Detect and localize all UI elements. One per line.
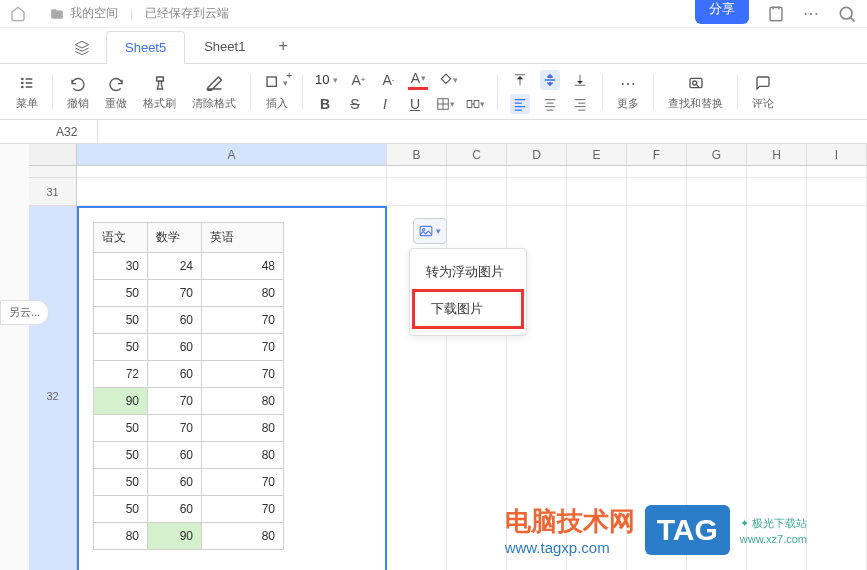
italic-button[interactable]: I <box>375 94 395 114</box>
tab-sheet5[interactable]: Sheet5 <box>106 31 185 64</box>
strikethrough-button[interactable]: S <box>345 94 365 114</box>
more-button[interactable]: ⋯ 更多 <box>609 70 647 113</box>
fill-color-button[interactable]: ▾ <box>438 70 458 90</box>
insert-button[interactable]: +▾ 插入 <box>257 70 296 113</box>
font-size-select[interactable]: 10▾ <box>315 72 338 87</box>
undo-button[interactable]: 撤销 <box>59 70 97 113</box>
font-color-button[interactable]: A▾ <box>408 70 428 90</box>
column-headers: A B C D E F G H I <box>29 144 867 166</box>
row-header-31[interactable]: 31 <box>29 178 77 206</box>
font-size-decrease[interactable]: A- <box>378 70 398 90</box>
search-icon[interactable] <box>837 4 857 24</box>
col-header-b[interactable]: B <box>387 144 447 165</box>
merge-cells-button[interactable]: ▾ <box>465 94 485 114</box>
svg-point-4 <box>22 86 23 87</box>
menu-button[interactable]: 菜单 <box>8 70 46 113</box>
halign-center-button[interactable] <box>540 94 560 114</box>
watermark-url: www.tagxp.com <box>505 539 635 556</box>
toolbar: 菜单 撤销 重做 格式刷 清除格式 +▾ 插入 10▾ A+ A- A▾ ▾ B… <box>0 64 867 120</box>
tab-sheet1[interactable]: Sheet1 <box>185 30 264 63</box>
font-size-increase[interactable]: A+ <box>348 70 368 90</box>
col-header-i[interactable]: I <box>807 144 867 165</box>
borders-button[interactable]: ▾ <box>435 94 455 114</box>
svg-point-10 <box>692 81 696 85</box>
col-header-c[interactable]: C <box>447 144 507 165</box>
name-box[interactable]: A32 <box>50 120 98 143</box>
valign-middle-button[interactable] <box>540 70 560 90</box>
valign-top-button[interactable] <box>510 70 530 90</box>
home-icon[interactable] <box>10 6 30 22</box>
layers-icon[interactable] <box>74 40 90 56</box>
sheet-tabs: Sheet5 Sheet1 + <box>0 28 867 64</box>
row-header-30[interactable] <box>29 166 77 178</box>
add-sheet-button[interactable]: + <box>264 29 301 63</box>
divider: | <box>130 7 133 21</box>
col-header-g[interactable]: G <box>687 144 747 165</box>
ctx-convert-to-float[interactable]: 转为浮动图片 <box>410 255 526 289</box>
notification-icon[interactable] <box>767 5 785 23</box>
svg-rect-7 <box>467 100 472 107</box>
halign-left-button[interactable] <box>510 94 530 114</box>
halign-right-button[interactable] <box>570 94 590 114</box>
row-header-32[interactable]: 32 <box>29 206 77 570</box>
cell-a32[interactable]: 语文数学英语3024485070805060705060707260709070… <box>77 206 387 570</box>
svg-rect-11 <box>420 226 432 235</box>
svg-point-2 <box>22 78 23 79</box>
more-icon[interactable]: ⋯ <box>803 4 819 23</box>
col-header-d[interactable]: D <box>507 144 567 165</box>
svg-point-3 <box>22 82 23 83</box>
breadcrumb-space[interactable]: 我的空间 <box>70 5 118 22</box>
valign-bottom-button[interactable] <box>570 70 590 90</box>
svg-rect-8 <box>474 100 479 107</box>
save-status: 已经保存到云端 <box>145 5 229 22</box>
share-button[interactable]: 分享 <box>695 0 749 24</box>
find-replace-button[interactable]: 查找和替换 <box>660 70 731 113</box>
cell-a31[interactable] <box>77 178 387 206</box>
svg-rect-5 <box>267 77 276 86</box>
comment-button[interactable]: 评论 <box>744 70 782 113</box>
image-options-button[interactable]: ▾ <box>413 218 447 244</box>
underline-button[interactable]: U <box>405 94 425 114</box>
col-header-h[interactable]: H <box>747 144 807 165</box>
svg-point-1 <box>840 7 852 19</box>
format-painter-button[interactable]: 格式刷 <box>135 70 184 113</box>
embedded-image-table[interactable]: 语文数学英语3024485070805060705060707260709070… <box>79 208 385 564</box>
watermark-title: 电脑技术网 <box>505 504 635 539</box>
watermark-tag: TAG <box>645 505 730 555</box>
col-header-f[interactable]: F <box>627 144 687 165</box>
col-header-a[interactable]: A <box>77 144 387 165</box>
col-header-e[interactable]: E <box>567 144 627 165</box>
folder-icon <box>50 7 64 21</box>
image-context-menu: 转为浮动图片 下载图片 <box>409 248 527 336</box>
ctx-download-image[interactable]: 下载图片 <box>412 289 524 329</box>
cloud-side-tab[interactable]: 另云... <box>0 300 49 325</box>
bold-button[interactable]: B <box>315 94 335 114</box>
svg-point-12 <box>423 229 425 231</box>
watermark: 电脑技术网 www.tagxp.com TAG ✦ 极光下载站 www.xz7.… <box>505 504 807 556</box>
clear-format-button[interactable]: 清除格式 <box>184 70 244 113</box>
redo-button[interactable]: 重做 <box>97 70 135 113</box>
select-all-corner[interactable] <box>29 144 77 165</box>
svg-rect-0 <box>770 7 782 21</box>
